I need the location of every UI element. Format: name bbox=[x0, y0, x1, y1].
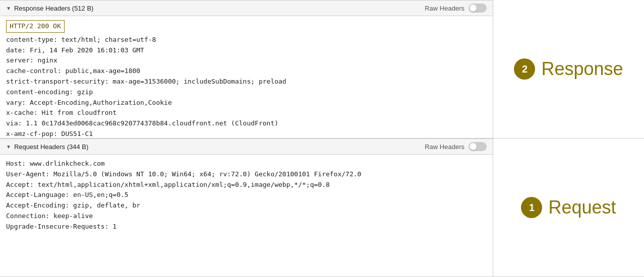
response-chevron-icon[interactable]: ▼ bbox=[6, 6, 11, 11]
request-header-line: Accept: text/html,application/xhtml+xml,… bbox=[6, 180, 487, 190]
request-header-line: Accept-Encoding: gzip, deflate, br bbox=[6, 200, 487, 211]
request-header-left: ▼ Request Headers (344 B) bbox=[6, 143, 88, 151]
response-header-line: content-type: text/html; charset=utf-8 bbox=[6, 35, 487, 45]
response-header-line: server: nginx bbox=[6, 55, 487, 66]
response-header-line: content-encoding: gzip bbox=[6, 87, 487, 98]
response-header-lines: content-type: text/html; charset=utf-8da… bbox=[6, 35, 487, 138]
request-header-line: Upgrade-Insecure-Requests: 1 bbox=[6, 222, 487, 232]
response-section-header: ▼ Response Headers (512 B) Raw Headers bbox=[0, 0, 493, 16]
response-section: ▼ Response Headers (512 B) Raw Headers H… bbox=[0, 0, 644, 138]
response-raw-headers-toggle[interactable] bbox=[469, 4, 487, 13]
request-header-line: User-Agent: Mozilla/5.0 (Windows NT 10.0… bbox=[6, 169, 487, 180]
response-circle-badge: 2 bbox=[514, 58, 535, 80]
request-header-line: Connection: keep-alive bbox=[6, 211, 487, 222]
response-header-line: x-cache: Hit from cloudfront bbox=[6, 108, 487, 118]
response-header-left: ▼ Response Headers (512 B) bbox=[6, 5, 93, 12]
response-header-line: strict-transport-security: max-age=31536… bbox=[6, 77, 487, 87]
response-header-line: x-amz-cf-pop: DUS51-C1 bbox=[6, 129, 487, 138]
request-header-line: Accept-Language: en-US,en;q=0.5 bbox=[6, 190, 487, 200]
request-raw-headers-toggle[interactable] bbox=[469, 142, 487, 151]
response-header-line: cache-control: public,max-age=1800 bbox=[6, 66, 487, 77]
response-header-line: vary: Accept-Encoding,Authorization,Cook… bbox=[6, 98, 487, 108]
request-headers-panel: ▼ Request Headers (344 B) Raw Headers Ho… bbox=[0, 138, 493, 276]
request-side-label: 1 Request bbox=[521, 197, 616, 218]
response-side-label: 2 Response bbox=[514, 58, 623, 80]
response-header-right: Raw Headers bbox=[425, 4, 487, 13]
response-status-badge: HTTP/2 200 OK bbox=[6, 20, 65, 33]
response-side-text: Response bbox=[541, 58, 623, 80]
request-section: ▼ Request Headers (344 B) Raw Headers Ho… bbox=[0, 138, 644, 277]
request-header-title: Request Headers (344 B) bbox=[14, 143, 88, 151]
request-header-lines: Host: www.drlinkcheck.comUser-Agent: Moz… bbox=[6, 159, 487, 232]
response-raw-headers-label: Raw Headers bbox=[425, 5, 464, 12]
request-side-text: Request bbox=[548, 197, 616, 218]
response-headers-content: HTTP/2 200 OK content-type: text/html; c… bbox=[0, 16, 493, 138]
request-raw-headers-label: Raw Headers bbox=[425, 143, 464, 151]
request-circle-badge: 1 bbox=[521, 197, 542, 218]
response-headers-panel: ▼ Response Headers (512 B) Raw Headers H… bbox=[0, 0, 493, 138]
response-header-title: Response Headers (512 B) bbox=[14, 5, 94, 12]
request-section-header: ▼ Request Headers (344 B) Raw Headers bbox=[0, 138, 493, 155]
response-header-line: date: Fri, 14 Feb 2020 16:01:03 GMT bbox=[6, 45, 487, 56]
response-side-panel: 2 Response bbox=[493, 0, 644, 138]
request-header-right: Raw Headers bbox=[425, 142, 487, 151]
request-header-line: Host: www.drlinkcheck.com bbox=[6, 159, 487, 169]
request-headers-content: Host: www.drlinkcheck.comUser-Agent: Moz… bbox=[0, 155, 493, 276]
request-side-panel: 1 Request bbox=[493, 138, 644, 276]
response-header-line: via: 1.1 0c17d43ed0068cac968c920774378b8… bbox=[6, 118, 487, 129]
request-chevron-icon[interactable]: ▼ bbox=[6, 144, 11, 150]
